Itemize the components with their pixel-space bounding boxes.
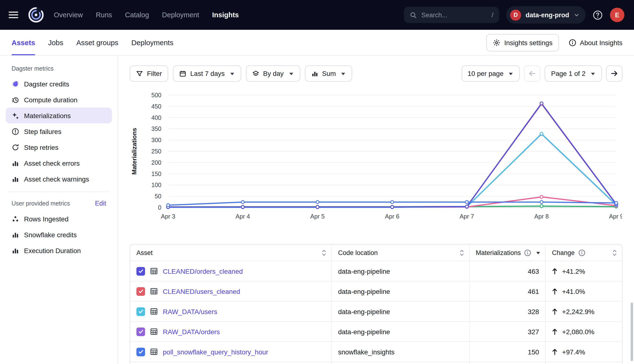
about-insights-link[interactable]: About Insights [569,39,622,46]
caret-down-icon [590,71,596,76]
per-page-dropdown[interactable]: 10 per page [461,65,520,82]
asset-cell: CLEANED/orders_cleaned [130,261,332,281]
sort-icon[interactable] [459,249,464,256]
tab-assets[interactable]: Assets [12,30,35,55]
sidebar-item-rows-ingested[interactable]: Rows Ingested [6,211,112,227]
row-checkbox[interactable] [136,348,145,356]
scrollbar-thumb[interactable] [631,302,633,361]
search-box[interactable]: / [404,7,499,23]
row-checkbox[interactable] [136,327,145,336]
sidebar-item-execution-duration[interactable]: Execution Duration [6,242,112,258]
filter-button[interactable]: Filter [130,65,168,82]
layers-icon [252,70,259,77]
dots-icon [12,215,19,222]
caret-down-icon[interactable] [536,250,541,255]
asset-link[interactable]: RAW_DATA/orders [163,328,220,336]
chart-point [540,102,543,105]
change-cell: +2,080.0% [546,322,622,342]
sidebar-item-asset-check-errors[interactable]: Asset check errors [6,155,112,171]
sort-icon[interactable] [321,249,326,256]
asset-link[interactable]: CLEANED/users_cleaned [163,288,240,295]
nav-item-catalog[interactable]: Catalog [125,11,149,19]
toolbar: Filter Last 7 days By day Sum [130,65,622,82]
tab-jobs[interactable]: Jobs [48,30,63,55]
insights-settings-button[interactable]: Insights settings [486,34,559,51]
column-label: Change [552,249,575,256]
materializations-value: 150 [528,348,539,356]
hamburger-menu-button[interactable] [9,10,19,19]
chart-point [241,206,244,208]
sidebar-item-materializations[interactable]: Materializations [6,108,112,124]
arrow-right-icon [610,70,618,77]
chart-line-2 [168,104,616,207]
sidebar-item-asset-check-warnings[interactable]: Asset check warnings [6,171,112,187]
sort-icon[interactable] [612,249,617,256]
table-icon [150,287,158,295]
date-range-dropdown[interactable]: Last 7 days [173,65,241,82]
bar-chart-icon [12,175,19,183]
asset-cell: CLEANED/users_cleaned [130,282,332,301]
column-header-materializations: Materializations [470,244,546,261]
table-icon [150,307,158,316]
code-location-cell [332,362,470,364]
asset-link[interactable]: RAW_DATA/users [163,308,217,315]
granularity-dropdown[interactable]: By day [246,65,300,82]
sidebar-item-step-retries[interactable]: Step retries [6,139,112,155]
content: Dagster metricsDagster creditsCompute du… [0,56,634,364]
row-checkbox[interactable] [136,307,145,316]
page-dropdown[interactable]: Page 1 of 2 [545,65,602,82]
check-icon [138,308,144,314]
asset-link[interactable]: CLEANED/orders_cleaned [163,267,243,275]
next-page-button[interactable] [606,65,622,82]
search-input[interactable] [422,11,487,18]
user-avatar[interactable]: E [610,8,624,22]
table-icon [150,328,158,336]
asset-link[interactable]: poll_snowflake_query_history_hour [163,348,268,356]
tab-deployments[interactable]: Deployments [131,30,174,55]
chart-ytick-label: 400 [151,114,162,121]
org-switcher[interactable]: D data-eng-prod [506,6,586,24]
dagster-logo-icon[interactable] [27,6,45,24]
code-location-cell: data-eng-pipeline [332,302,470,321]
row-checkbox[interactable] [136,267,145,276]
info-icon[interactable] [524,249,532,256]
change-value: +41.2% [562,267,585,275]
sidebar-item-step-failures[interactable]: Step failures [6,124,112,139]
chart-xtick-label: Apr 7 [460,213,474,220]
info-icon[interactable] [578,249,585,256]
materializations-cell: 461 [470,282,546,301]
check-icon [138,288,144,294]
nav-item-deployment[interactable]: Deployment [162,11,199,19]
error-circle-icon [12,128,19,135]
sidebar-item-snowflake-credits[interactable]: Snowflake credits [6,227,112,242]
sparkle-icon [12,112,19,119]
aggregation-dropdown[interactable]: Sum [305,65,352,82]
sidebar-item-dagster-credits[interactable]: Dagster credits [6,76,112,92]
table-row: RAW_DATA/usersdata-eng-pipeline328+2,242… [130,302,622,322]
sidebar-section-title: User provided metricsEdit [6,198,112,211]
edit-metrics-link[interactable]: Edit [95,200,106,207]
nav-item-runs[interactable]: Runs [96,11,112,19]
column-header-asset: Asset [130,244,332,261]
tab-asset-groups[interactable]: Asset groups [76,30,118,55]
gear-icon [493,39,500,46]
chart-xtick-label: Apr 4 [236,213,250,220]
help-button[interactable] [593,10,603,20]
column-header-left: Materializations [476,249,540,256]
nav-item-overview[interactable]: Overview [54,11,83,19]
granularity-label: By day [263,70,284,77]
nav-item-insights[interactable]: Insights [212,11,239,19]
aggregation-label: Sum [322,70,336,77]
search-shortcut-hint: / [492,11,494,18]
page-label: Page 1 of 2 [551,70,586,77]
dagster-credits-icon [12,80,19,88]
prev-page-button[interactable] [524,65,540,82]
bar-chart-icon [12,246,19,254]
caret-down-icon [508,71,514,76]
chart-ytick-label: 350 [151,125,162,132]
arrow-up-icon [552,288,558,294]
sidebar-item-compute-duration[interactable]: Compute duration [6,92,112,108]
arrow-up-icon [552,268,558,274]
materializations-value: 461 [528,288,539,295]
row-checkbox[interactable] [136,287,145,296]
